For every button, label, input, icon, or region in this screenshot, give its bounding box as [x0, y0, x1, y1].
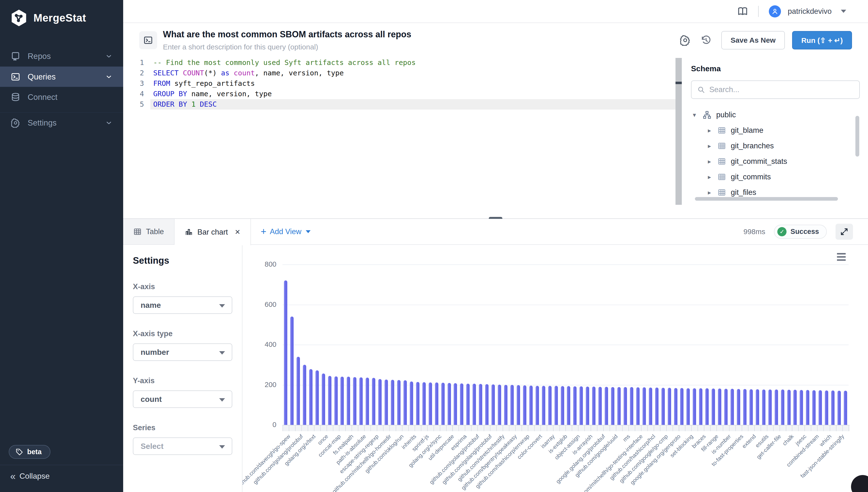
bar[interactable] [686, 388, 690, 425]
bar[interactable] [762, 390, 766, 425]
bar[interactable] [611, 387, 614, 425]
field-select[interactable]: count [133, 390, 232, 408]
code-line[interactable]: SELECT COUNT(*) as count, name, version,… [150, 68, 675, 78]
bar[interactable] [410, 382, 413, 425]
add-view-button[interactable]: + Add View [251, 219, 320, 244]
code-line[interactable]: ORDER BY 1 DESC [150, 99, 675, 109]
bar[interactable] [730, 389, 734, 425]
bar[interactable] [831, 390, 835, 425]
schema-search[interactable] [691, 80, 860, 99]
bar[interactable] [636, 387, 640, 425]
query-settings-gear-icon[interactable] [680, 35, 691, 46]
bar[interactable] [661, 388, 665, 425]
logo[interactable]: MergeStat [0, 0, 123, 27]
bar[interactable] [724, 389, 728, 425]
bar[interactable] [844, 391, 847, 425]
bar[interactable] [473, 384, 476, 425]
bar[interactable] [429, 383, 432, 425]
bar[interactable] [598, 387, 602, 425]
bar[interactable] [756, 389, 759, 425]
bar[interactable] [404, 380, 407, 425]
bar[interactable] [315, 370, 319, 425]
bar[interactable] [668, 388, 671, 425]
bar[interactable] [441, 383, 445, 425]
field-select[interactable]: Select [133, 438, 232, 455]
bar[interactable] [649, 388, 652, 425]
expand-results-button[interactable] [836, 224, 853, 240]
bar[interactable] [448, 383, 451, 425]
bar[interactable] [693, 388, 696, 425]
code-line[interactable]: FROM syft_repo_artifacts [150, 78, 675, 89]
bar[interactable] [579, 386, 583, 425]
caret-right-icon[interactable]: ▸ [706, 142, 713, 150]
bar[interactable] [498, 385, 501, 425]
docs-book-icon[interactable] [737, 6, 748, 17]
query-history-icon[interactable] [700, 35, 712, 46]
bar[interactable] [303, 365, 306, 425]
field-select[interactable]: number [133, 343, 232, 361]
bar[interactable] [793, 390, 797, 425]
schema-table-row[interactable]: ▸git_blame [691, 123, 860, 138]
username[interactable]: patrickdevivo [788, 7, 831, 16]
collapse-sidebar-button[interactable]: « Collapse [10, 472, 50, 481]
bar[interactable] [435, 383, 438, 425]
bar[interactable] [800, 390, 803, 425]
save-as-new-button[interactable]: Save As New [721, 31, 785, 49]
bar[interactable] [624, 387, 627, 425]
bar[interactable] [510, 385, 514, 425]
bar[interactable] [586, 387, 589, 425]
bar[interactable] [353, 377, 356, 425]
bar[interactable] [385, 379, 388, 425]
run-button[interactable]: Run (⇧ + ↵) [792, 31, 852, 49]
bar[interactable] [491, 385, 495, 425]
caret-right-icon[interactable]: ▸ [706, 189, 713, 196]
schema-vertical-scrollbar[interactable] [855, 116, 859, 156]
avatar[interactable] [769, 5, 781, 18]
schema-table-row[interactable]: ▸git_branches [691, 138, 860, 154]
bar[interactable] [296, 357, 300, 425]
chart-menu-hamburger-icon[interactable] [837, 253, 846, 261]
bar[interactable] [567, 386, 570, 425]
bar[interactable] [536, 386, 539, 425]
bar[interactable] [334, 376, 338, 425]
bar[interactable] [542, 386, 545, 425]
bar[interactable] [573, 386, 577, 425]
bar[interactable] [529, 386, 533, 425]
bar[interactable] [322, 373, 325, 425]
bar[interactable] [743, 389, 747, 425]
bar[interactable] [378, 379, 382, 425]
bar[interactable] [416, 382, 419, 425]
bar[interactable] [643, 387, 646, 425]
bar[interactable] [423, 382, 426, 425]
bar[interactable] [479, 384, 482, 425]
bar[interactable] [605, 387, 608, 425]
tab-bar-chart[interactable]: Bar chart ✕ [174, 219, 251, 245]
bar[interactable] [781, 390, 785, 425]
bar[interactable] [812, 390, 816, 425]
bar[interactable] [768, 390, 772, 425]
bar[interactable] [485, 384, 488, 425]
schema-search-input[interactable] [709, 85, 853, 94]
editor-schema-resizer[interactable] [675, 58, 682, 205]
bar[interactable] [290, 317, 294, 425]
bar[interactable] [454, 383, 457, 425]
bar[interactable] [737, 389, 740, 425]
bar[interactable] [359, 377, 363, 425]
caret-down-icon[interactable]: ▾ [691, 111, 698, 119]
bar[interactable] [372, 378, 375, 425]
bar[interactable] [555, 386, 558, 425]
bar[interactable] [504, 385, 507, 425]
code-line[interactable]: GROUP BY name, version, type [150, 89, 675, 99]
schema-table-row[interactable]: ▸git_commits [691, 169, 860, 185]
bar[interactable] [705, 388, 709, 425]
tab-table[interactable]: Table [123, 219, 174, 244]
sql-editor[interactable]: 12345 -- Find the most commonly used Syf… [123, 57, 675, 217]
bar[interactable] [340, 377, 344, 425]
bar[interactable] [775, 390, 778, 425]
user-menu-caret-icon[interactable] [841, 10, 846, 13]
close-tab-icon[interactable]: ✕ [235, 228, 240, 236]
schema-table-row[interactable]: ▸git_commit_stats [691, 154, 860, 169]
bar[interactable] [328, 376, 332, 425]
schema-horizontal-scrollbar[interactable] [695, 197, 838, 201]
bar[interactable] [712, 389, 715, 425]
